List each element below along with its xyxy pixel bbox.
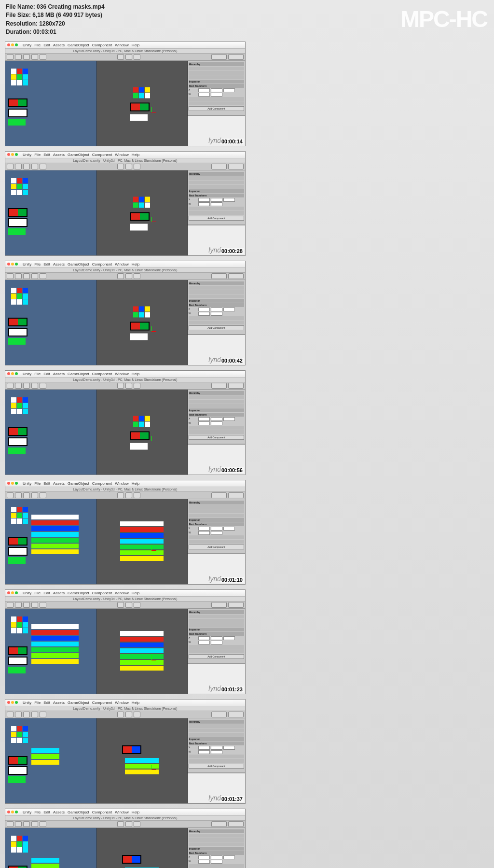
pos-z-input[interactable] [223,746,235,750]
rotate-tool-button[interactable] [23,602,30,608]
pos-y-input[interactable] [211,308,222,311]
play-button[interactable] [117,492,124,498]
rotate-tool-button[interactable] [23,383,30,389]
video-thumbnail[interactable]: UnityFileEditAssetsGameObjectComponentWi… [5,809,246,868]
step-button[interactable] [134,602,140,608]
rotate-tool-button[interactable] [23,712,30,717]
add-component-button[interactable]: Add Component [189,435,244,440]
menu-item[interactable]: Window [115,372,128,376]
maximize-icon[interactable] [15,591,18,594]
hierarchy-item[interactable] [189,404,244,408]
menu-item[interactable]: Help [132,481,139,486]
hand-tool-button[interactable] [7,821,14,827]
menu-item[interactable]: Help [132,153,139,157]
menu-item[interactable]: Assets [53,372,65,376]
menu-item[interactable]: Help [132,262,139,266]
pos-y-input[interactable] [211,636,222,640]
move-tool-button[interactable] [15,273,22,279]
hand-tool-button[interactable] [7,273,14,279]
layers-dropdown[interactable] [211,712,227,717]
video-thumbnail[interactable]: UnityFileEditAssetsGameObjectComponentWi… [5,370,246,475]
pos-z-input[interactable] [223,527,235,531]
menu-item[interactable]: Window [115,810,128,814]
pause-button[interactable] [125,712,132,717]
video-thumbnail[interactable]: UnityFileEditAssetsGameObjectComponentWi… [5,261,246,365]
maximize-icon[interactable] [15,482,18,485]
width-input[interactable] [198,421,210,425]
scene-view[interactable] [96,718,188,803]
layers-dropdown[interactable] [211,821,227,827]
menu-item[interactable]: File [34,700,41,705]
hierarchy-item[interactable] [189,286,244,290]
hierarchy-item[interactable] [189,728,244,732]
menu-item[interactable]: Window [115,153,128,157]
maximize-icon[interactable] [15,811,18,813]
layout-dropdown[interactable] [228,821,244,827]
menu-item[interactable]: Assets [53,153,65,157]
rotate-tool-button[interactable] [23,821,30,827]
height-input[interactable] [211,421,222,425]
maximize-icon[interactable] [15,372,18,375]
menu-item[interactable]: File [34,372,41,376]
scale-tool-button[interactable] [31,164,38,169]
move-tool-button[interactable] [15,602,22,608]
step-button[interactable] [134,164,140,169]
pos-x-input[interactable] [198,417,210,421]
layers-dropdown[interactable] [211,273,227,279]
component-row[interactable] [189,316,244,320]
hierarchy-item[interactable] [189,185,244,189]
pos-x-input[interactable] [198,88,210,92]
pos-x-input[interactable] [198,527,210,531]
minimize-icon[interactable] [11,153,14,156]
play-button[interactable] [117,164,124,169]
menu-item[interactable]: Edit [43,153,50,157]
rotate-tool-button[interactable] [23,273,30,279]
hierarchy-item[interactable] [189,724,244,728]
height-input[interactable] [211,312,222,316]
menu-item[interactable]: Assets [53,700,65,705]
rotate-tool-button[interactable] [23,54,30,60]
hierarchy-item[interactable] [189,509,244,513]
menu-item[interactable]: Assets [53,810,65,814]
menu-item[interactable]: Component [92,481,112,486]
hierarchy-item[interactable] [189,514,244,518]
pos-z-input[interactable] [223,636,235,640]
video-thumbnail[interactable]: UnityFileEditAssetsGameObjectComponentWi… [5,589,246,694]
hand-tool-button[interactable] [7,54,14,60]
video-thumbnail[interactable]: UnityFileEditAssetsGameObjectComponentWi… [5,480,246,585]
scene-view[interactable] [96,499,188,584]
menu-item[interactable]: GameObject [68,262,89,266]
play-button[interactable] [117,383,124,389]
menu-item[interactable]: Component [92,153,112,157]
menu-item[interactable]: Unity [23,481,31,486]
close-icon[interactable] [7,701,10,704]
menu-item[interactable]: Edit [43,591,50,595]
component-row[interactable] [189,649,244,653]
menu-item[interactable]: Help [132,372,139,376]
move-tool-button[interactable] [15,821,22,827]
video-thumbnail[interactable]: UnityFileEditAssetsGameObjectComponentWi… [5,699,246,804]
hierarchy-item[interactable] [189,67,244,70]
menu-item[interactable]: Window [115,591,128,595]
hand-tool-button[interactable] [7,602,14,608]
scene-view[interactable] [96,390,188,475]
layers-dropdown[interactable] [211,492,227,498]
game-view[interactable] [5,390,96,475]
step-button[interactable] [134,383,140,389]
scale-tool-button[interactable] [31,712,38,717]
component-row[interactable] [189,321,244,324]
play-button[interactable] [117,602,124,608]
scene-view[interactable] [96,280,188,365]
step-button[interactable] [134,492,140,498]
component-row[interactable] [189,207,244,210]
menu-item[interactable]: Help [132,810,139,814]
pos-y-input[interactable] [211,855,222,859]
hierarchy-item[interactable] [189,615,244,618]
component-row[interactable] [189,101,244,105]
component-row[interactable] [189,426,244,430]
close-icon[interactable] [7,263,10,266]
scale-tool-button[interactable] [31,54,38,60]
menu-item[interactable]: Window [115,481,128,486]
maximize-icon[interactable] [15,153,18,156]
close-icon[interactable] [7,482,10,485]
